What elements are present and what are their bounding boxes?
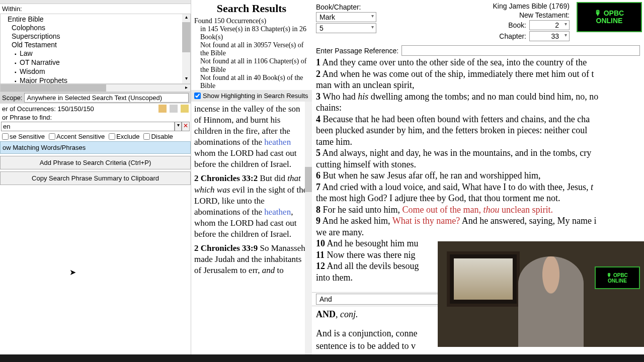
passage-input[interactable] [401,45,640,56]
disable-checkbox[interactable]: Disable [143,133,173,140]
results-scrollbar[interactable] [305,102,312,354]
bottom-bar [0,354,644,362]
brush-icon[interactable] [181,105,189,113]
exclude-checkbox[interactable]: Exclude [109,133,139,140]
version-label: King James Bible (1769) [493,2,570,10]
scripture-panel: Book/Chapter: Mark 5 King James Bible (1… [312,0,644,354]
heathen-link[interactable]: heathen [264,137,291,147]
copy-icon[interactable] [170,105,178,113]
clear-phrase-icon[interactable]: ✕ [182,122,190,131]
matching-words-row[interactable]: ow Matching Words/Phrases [0,141,191,154]
hscroll-right-icon[interactable]: ▸ [182,84,190,90]
video-opbc-logo: 🎙 OPBC ONLINE [595,266,640,289]
highlight-checkbox[interactable] [194,93,201,99]
results-title: Search Results [191,0,312,17]
highlight-label: Show Highlighting in Search Results [203,92,308,100]
book-combo[interactable]: Mark [316,12,376,22]
hscroll-thumb[interactable] [1,84,106,92]
tree-item[interactable]: ▪OT Narrative [3,58,188,67]
add-phrase-button[interactable]: Add Phrase to Search Criteria (Ctrl+P) [0,156,191,169]
results-stats: Found 150 Occurrence(s) in 145 Verse(s) … [191,17,312,90]
tree-item[interactable]: ▪Wisdom [3,67,188,76]
horizontal-scroll[interactable]: ▸ [0,84,191,92]
video-overlay: 🎙 OPBC ONLINE [438,241,644,347]
tree-item[interactable]: Colophons [3,24,188,32]
tree-item[interactable]: Entire Bible [3,15,188,24]
opbc-logo: 🎙 OPBC ONLINE [577,2,642,32]
scroll-down-icon[interactable]: ▾ [182,75,190,83]
tree-item[interactable]: ▪Law [3,49,188,58]
occurrences-label: er of Occurrences: 150/150/150 [2,105,94,113]
results-body[interactable]: incense in the valley of the son of Hinn… [191,102,312,354]
copy-summary-button[interactable]: Copy Search Phrase Summary to Clipboard [0,171,191,185]
case-sensitive-checkbox[interactable]: se Sensitive [2,133,45,140]
scroll-thumb[interactable] [182,22,190,52]
within-label: Within: [2,5,189,13]
verse-ref[interactable]: 2 Chronicles 33:2 [194,173,258,183]
search-results-panel: Search Results Found 150 Occurrence(s) i… [191,0,312,354]
tree-item[interactable]: ▪Major Prophets [3,76,188,84]
scroll-up-icon[interactable]: ▴ [182,14,190,22]
left-panel: Within: Entire BibleColophonsSuperscript… [0,0,191,354]
phrase-label: or Phrase to find: [0,114,191,121]
nt-label: New Testament: [519,11,570,19]
toolbar-top [0,0,191,4]
scrollbar[interactable]: ▴ ▾ [182,14,190,83]
verse-ref[interactable]: 2 Chronicles 33:9 [194,243,258,253]
video-painting-frame [447,251,520,307]
chapter-combo[interactable]: 5 [316,23,376,33]
book-num-combo[interactable]: 2 [529,20,570,30]
chapter-num-label: Chapter: [499,32,526,40]
video-presenter [518,256,584,347]
book-chapter-label: Book/Chapter: [316,3,361,11]
accent-sensitive-checkbox[interactable]: Accent Sensitive [49,133,105,140]
phrase-dropdown-icon[interactable]: ▾ [175,122,182,131]
book-num-label: Book: [508,21,526,29]
chapter-num-combo[interactable]: 33 [529,31,570,41]
tree-item[interactable]: Old Testament [3,41,188,49]
phrase-input[interactable] [1,122,175,131]
tree-container: Entire BibleColophonsSuperscriptionsOld … [0,14,191,84]
results-scroll-thumb[interactable] [305,167,312,192]
folder-icon[interactable] [158,105,167,113]
passage-ref-label: Enter Passage Reference: [316,47,398,55]
heathen-link[interactable]: heathen [264,207,291,217]
scope-label: Scope: [2,94,22,102]
tree-item[interactable]: Superscriptions [3,32,188,41]
scope-combo[interactable]: Anywhere in Selected Search Text (Unscop… [24,93,189,103]
